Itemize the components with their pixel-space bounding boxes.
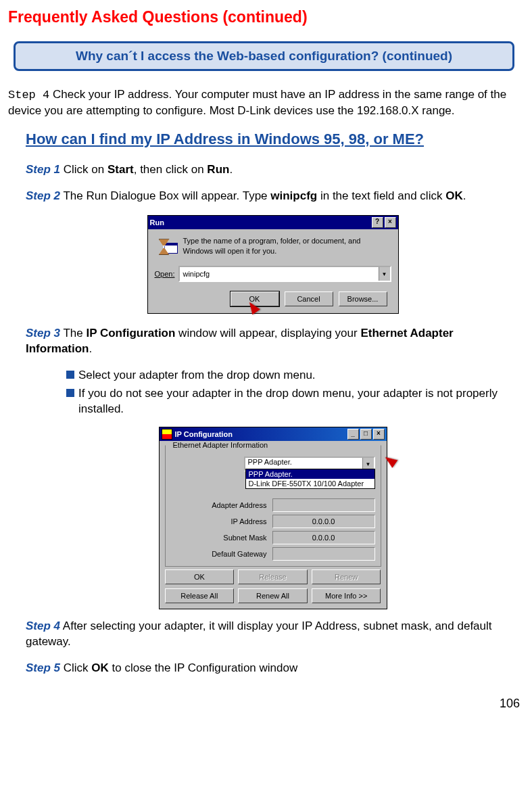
step2-text-c: in the text field and click bbox=[317, 189, 445, 202]
adapter-address-label: Adapter Address bbox=[212, 501, 266, 509]
adapter-option-dlink[interactable]: D-Link DFE-550TX 10/100 Adapter bbox=[246, 479, 374, 488]
step3-paragraph: Step 3 The IP Configuration window will … bbox=[26, 326, 520, 357]
browse-button[interactable]: Browse... bbox=[339, 291, 387, 306]
renew-button[interactable]: Renew bbox=[312, 569, 381, 584]
step2-text-a: The Run Dialogue Box will appear. Type bbox=[60, 189, 270, 202]
default-gateway-label: Default Gateway bbox=[212, 550, 266, 558]
page-title: Frequently Asked Questions (continued) bbox=[8, 8, 520, 26]
step4b-paragraph: Step 4 After selecting your adapter, it … bbox=[26, 619, 520, 650]
ip-address-label: IP Address bbox=[231, 517, 267, 525]
sub-heading: How can I find my IP Address in Windows … bbox=[26, 130, 520, 149]
default-gateway-value bbox=[272, 547, 375, 561]
run-title: Run bbox=[150, 218, 164, 227]
step2-paragraph: Step 2 The Run Dialogue Box will appear.… bbox=[26, 189, 520, 204]
open-label: Open: bbox=[155, 270, 175, 278]
release-button[interactable]: Release bbox=[238, 569, 308, 584]
callout-arrow-icon bbox=[382, 453, 397, 468]
step3-bold-ipconfig: IP Configuration bbox=[86, 327, 175, 340]
step2-bold-winipcfg: winipcfg bbox=[270, 189, 317, 202]
ethernet-group: PPP Adapter. ▼ PPP Adapter. D-Link DFE-5… bbox=[165, 445, 381, 567]
step3-text-c: window will appear, displaying your bbox=[175, 327, 360, 340]
step3-label: Step 3 bbox=[26, 327, 60, 340]
ok-button[interactable]: OK bbox=[165, 569, 235, 584]
step1-label: Step 1 bbox=[26, 163, 60, 176]
step1-text-e: . bbox=[229, 163, 233, 176]
ip-app-icon bbox=[162, 429, 172, 440]
minimize-button[interactable]: _ bbox=[347, 429, 359, 440]
step1-text-a: Click on bbox=[60, 163, 107, 176]
step5-label: Step 5 bbox=[26, 661, 60, 674]
ip-address-value: 0.0.0.0 bbox=[272, 515, 375, 528]
step4b-text: After selecting your adapter, it will di… bbox=[26, 619, 492, 648]
ip-titlebar: IP Configuration _ □ × bbox=[160, 427, 387, 441]
step4-text: Check your IP address. Your computer mus… bbox=[8, 88, 506, 117]
step3-text-e: . bbox=[89, 342, 93, 355]
bullet-1: Select your adapter from the drop down m… bbox=[66, 368, 520, 383]
step1-text-c: , then click on bbox=[134, 163, 208, 176]
subnet-mask-label: Subnet Mask bbox=[223, 534, 266, 542]
combo-dropdown-button[interactable]: ▼ bbox=[379, 267, 390, 281]
step5-bold-ok: OK bbox=[91, 661, 109, 674]
step1-bold-start: Start bbox=[107, 163, 134, 176]
ip-config-dialog: IP Configuration _ □ × PPP Adapter. ▼ PP… bbox=[159, 427, 387, 609]
step1-paragraph: Step 1 Click on Start, then click on Run… bbox=[26, 162, 520, 178]
cancel-button[interactable]: Cancel bbox=[285, 291, 333, 306]
renew-all-button[interactable]: Renew All bbox=[238, 588, 308, 603]
run-dialog: Run ? × Type the name of a program, fold… bbox=[147, 215, 399, 314]
bullet-1-text: Select your adapter from the drop down m… bbox=[78, 368, 316, 383]
bullet-icon bbox=[66, 371, 74, 379]
step4-paragraph: Step 4 Check your IP address. Your compu… bbox=[8, 87, 520, 119]
open-input[interactable] bbox=[180, 267, 378, 281]
adapter-dropdown-list: PPP Adapter. D-Link DFE-550TX 10/100 Ada… bbox=[245, 469, 375, 489]
run-titlebar: Run ? × bbox=[148, 216, 398, 229]
close-button[interactable]: × bbox=[373, 429, 385, 440]
callout-box: Why can´t I access the Web-based configu… bbox=[14, 41, 514, 71]
page-number: 106 bbox=[8, 697, 520, 711]
step5-paragraph: Step 5 Click OK to close the IP Configur… bbox=[26, 661, 520, 676]
help-button[interactable]: ? bbox=[372, 217, 383, 228]
ip-title: IP Configuration bbox=[175, 430, 233, 438]
bullet-icon bbox=[66, 389, 74, 397]
close-button[interactable]: × bbox=[385, 217, 396, 228]
maximize-button[interactable]: □ bbox=[360, 429, 372, 440]
adapter-option-ppp[interactable]: PPP Adapter. bbox=[246, 469, 374, 479]
run-message: Type the name of a program, folder, or d… bbox=[183, 236, 391, 258]
subnet-mask-value: 0.0.0.0 bbox=[272, 531, 375, 544]
step2-bold-ok: OK bbox=[445, 189, 463, 202]
step3-text-a: The bbox=[60, 327, 86, 340]
bullet-2: If you do not see your adapter in the dr… bbox=[66, 386, 520, 417]
bullet-2-text: If you do not see your adapter in the dr… bbox=[78, 386, 520, 417]
step5-text-c: to close the IP Configuration window bbox=[109, 661, 297, 674]
step4b-label: Step 4 bbox=[26, 619, 60, 632]
open-combo[interactable]: ▼ bbox=[178, 266, 391, 282]
run-icon bbox=[155, 236, 176, 258]
release-all-button[interactable]: Release All bbox=[165, 588, 235, 603]
step2-label: Step 2 bbox=[26, 189, 60, 202]
more-info-button[interactable]: More Info >> bbox=[312, 588, 381, 603]
adapter-address-value bbox=[272, 498, 375, 512]
step2-text-e: . bbox=[463, 189, 466, 202]
step4-label: Step 4 bbox=[8, 89, 49, 101]
step5-text-a: Click bbox=[60, 661, 91, 674]
step1-bold-run: Run bbox=[207, 163, 229, 176]
